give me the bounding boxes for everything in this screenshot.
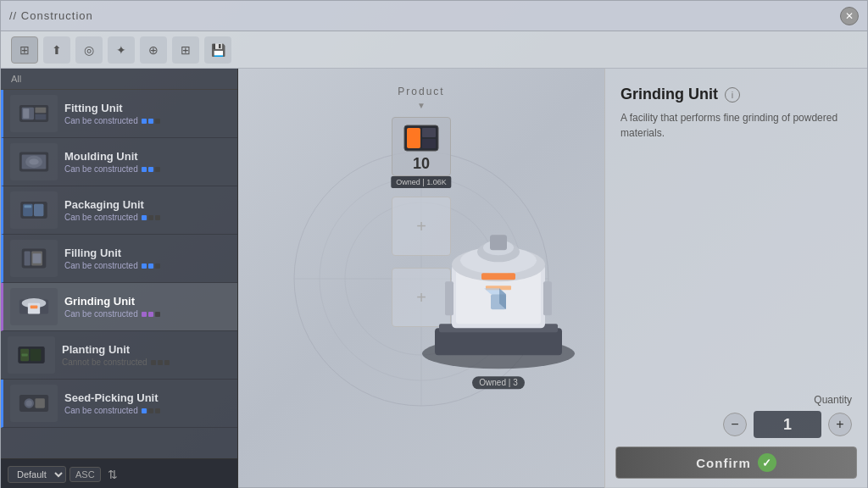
svg-rect-35 <box>407 128 420 148</box>
unit-thumb <box>10 385 58 422</box>
unit-status: Can be constructed <box>64 309 231 319</box>
unit-item-planting-unit[interactable]: Planting Unit Cannot be constructed <box>1 331 237 380</box>
unit-title-row: Grinding Unit i <box>620 86 852 103</box>
unit-status: Can be constructed <box>64 116 231 125</box>
window-title: // Construction <box>9 9 93 22</box>
product-label: Product <box>398 86 444 97</box>
unit-thumb <box>10 95 58 132</box>
machine-model <box>409 188 587 374</box>
svg-rect-11 <box>34 204 43 216</box>
sort-order: ASC <box>70 467 101 482</box>
toolbar-sort-icon[interactable]: ⬆ <box>43 36 70 64</box>
svg-rect-19 <box>28 303 40 314</box>
svg-rect-4 <box>23 108 29 118</box>
right-panel: Grinding Unit i A facility that performs… <box>604 69 867 488</box>
unit-info: Fitting Unit Can be constructed <box>64 102 231 125</box>
unit-list: Fitting Unit Can be constructed Moulding… <box>1 90 237 458</box>
unit-owned-badge: Owned | 3 <box>472 376 524 389</box>
unit-info: Filling Unit Can be constructed <box>64 247 231 270</box>
svg-rect-28 <box>35 398 44 408</box>
unit-item-grinding-unit[interactable]: Grinding Unit Can be constructed <box>1 283 237 331</box>
unit-name: Planting Unit <box>62 343 231 356</box>
unit-item-filling-unit[interactable]: Filling Unit Can be constructed <box>1 235 237 283</box>
unit-thumb <box>10 143 58 180</box>
svg-point-8 <box>29 158 38 164</box>
svg-rect-14 <box>25 251 31 265</box>
svg-rect-16 <box>33 253 42 263</box>
quantity-section: Quantity − 1 + <box>620 394 852 438</box>
unit-name: Seed-Picking Unit <box>64 391 231 404</box>
quantity-label: Quantity <box>620 394 852 406</box>
toolbar-save-icon[interactable]: 💾 <box>204 36 231 64</box>
info-icon[interactable]: i <box>725 87 740 103</box>
unit-status: Can be constructed <box>64 213 231 222</box>
quantity-minus-button[interactable]: − <box>723 413 747 436</box>
sort-select[interactable]: Default <box>8 466 66 483</box>
quantity-plus-button[interactable]: + <box>828 413 852 436</box>
svg-rect-24 <box>22 354 28 357</box>
unit-item-fitting-unit[interactable]: Fitting Unit Can be constructed <box>1 90 237 138</box>
material-item-icon <box>400 121 442 155</box>
unit-info: Planting Unit Cannot be constructed <box>62 343 231 367</box>
unit-info: Seed-Picking Unit Can be constructed <box>64 391 231 415</box>
unit-thumb <box>10 240 58 277</box>
close-button[interactable]: ✕ <box>840 7 859 25</box>
sort-toggle-icon[interactable]: ⇅ <box>104 466 121 483</box>
svg-rect-45 <box>481 273 515 280</box>
svg-rect-47 <box>445 281 453 315</box>
toolbar-module-icon[interactable]: ⊕ <box>140 36 167 64</box>
unit-name: Filling Unit <box>64 247 231 259</box>
quantity-value: 1 <box>754 411 821 438</box>
svg-rect-20 <box>31 306 38 309</box>
unit-status: Can be constructed <box>64 261 231 270</box>
confirm-button[interactable]: Confirm ✓ <box>615 446 857 479</box>
material-count-0: 10 <box>413 155 430 173</box>
svg-rect-51 <box>490 235 507 250</box>
content-area: All Fitting Unit Can be constructed Moul… <box>1 69 867 488</box>
unit-description: A facility that performs fine grinding o… <box>620 110 852 141</box>
unit-thumb <box>10 191 58 229</box>
toolbar-grid-icon[interactable]: ⊞ <box>11 36 38 64</box>
unit-status: Can be constructed <box>64 406 231 415</box>
unit-info: Grinding Unit Can be constructed <box>64 295 231 319</box>
product-arrow: ▼ <box>417 101 426 110</box>
svg-rect-36 <box>422 128 436 137</box>
toolbar: ⊞ ⬆ ◎ ✦ ⊕ ⊞ 💾 <box>1 31 867 69</box>
svg-point-27 <box>26 400 32 406</box>
unit-thumb <box>10 288 58 325</box>
svg-rect-37 <box>422 139 436 148</box>
unit-info: Moulding Unit Can be constructed <box>64 150 231 174</box>
unit-item-packaging-unit[interactable]: Packaging Unit Can be constructed <box>1 186 237 235</box>
title-bar: // Construction ✕ <box>1 1 867 31</box>
unit-name: Packaging Unit <box>64 198 231 211</box>
unit-name: Grinding Unit <box>64 295 231 308</box>
confirm-check-icon: ✓ <box>758 453 776 472</box>
unit-status: Can be constructed <box>64 164 231 174</box>
unit-name: Fitting Unit <box>64 102 231 114</box>
toolbar-grid2-icon[interactable]: ⊞ <box>172 36 199 64</box>
filter-label: All <box>1 69 237 90</box>
svg-rect-23 <box>31 349 42 361</box>
unit-status: Cannot be constructed <box>62 358 231 367</box>
unit-info: Packaging Unit Can be constructed <box>64 198 231 222</box>
model-area: Owned | 3 <box>409 188 587 389</box>
svg-rect-48 <box>543 281 552 315</box>
selected-unit-title: Grinding Unit <box>620 86 718 103</box>
sort-bar: Default ASC ⇅ <box>1 458 237 488</box>
svg-rect-12 <box>25 205 32 208</box>
left-panel: All Fitting Unit Can be constructed Moul… <box>1 69 238 488</box>
main-window: // Construction ✕ ⊞ ⬆ ◎ ✦ ⊕ ⊞ 💾 All Fitt… <box>0 0 868 488</box>
unit-item-moulding-unit[interactable]: Moulding Unit Can be constructed <box>1 138 237 186</box>
material-card-0[interactable]: 10 <box>392 117 451 176</box>
unit-item-seed-picking-unit[interactable]: Seed-Picking Unit Can be constructed <box>1 380 237 428</box>
confirm-label: Confirm <box>696 456 751 470</box>
unit-name: Moulding Unit <box>64 150 231 163</box>
svg-rect-2 <box>35 108 46 113</box>
unit-thumb <box>8 336 55 374</box>
quantity-row: − 1 + <box>620 411 852 438</box>
middle-panel: Product ▼ 1 <box>238 69 604 488</box>
material-owned-0: Owned | 1.06K <box>391 176 451 188</box>
svg-rect-3 <box>35 114 46 119</box>
toolbar-branch-icon[interactable]: ✦ <box>108 36 135 64</box>
toolbar-circle-icon[interactable]: ◎ <box>75 36 103 64</box>
